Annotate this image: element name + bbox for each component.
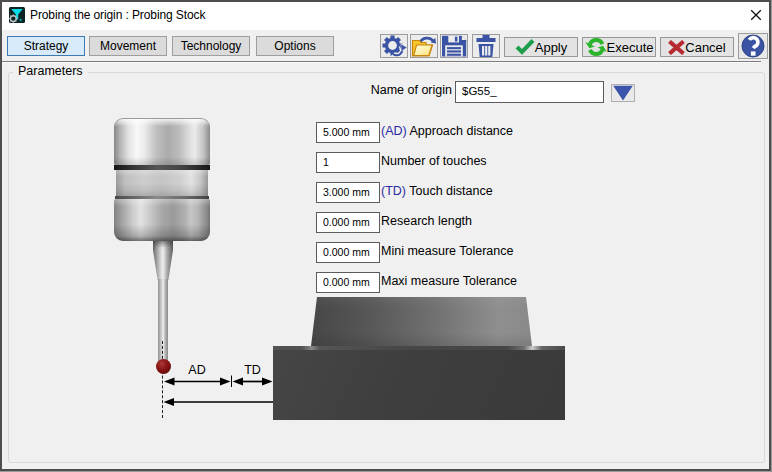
svg-text:TD: TD xyxy=(244,363,261,377)
svg-text:AD: AD xyxy=(188,363,205,377)
